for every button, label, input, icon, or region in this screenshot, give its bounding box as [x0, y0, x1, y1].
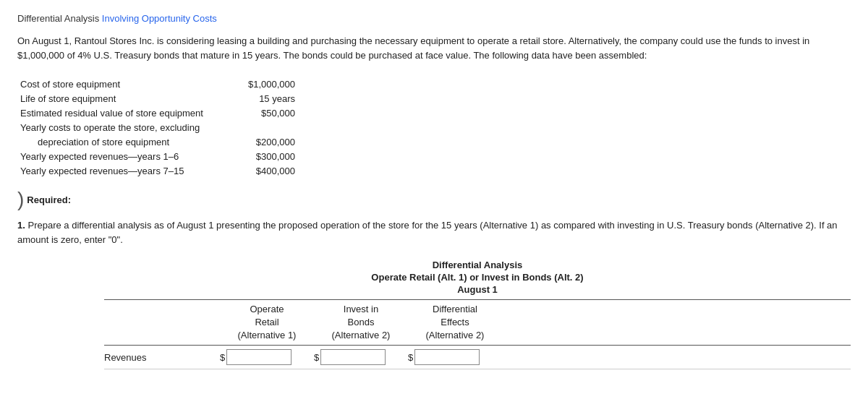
revenues-col3-cell[interactable]: $	[408, 349, 502, 365]
diff-col3-header: Differential Effects (Alternative 2)	[408, 303, 502, 343]
data-row: Yearly costs to operate the store, exclu…	[20, 122, 851, 133]
question-body: Prepare a differential analysis as of Au…	[17, 220, 838, 245]
revenues-label: Revenues	[104, 352, 220, 363]
data-value: $1,000,000	[230, 79, 295, 90]
differential-analysis-container: Differential Analysis Operate Retail (Al…	[104, 260, 851, 370]
data-row: depreciation of store equipment$200,000	[20, 137, 851, 147]
data-value: $300,000	[230, 151, 295, 162]
revenues-col1-input[interactable]	[226, 349, 292, 365]
page-title: Differential Analysis Involving Opportun…	[17, 13, 851, 24]
diff-header-row: Operate Retail (Alternative 1) Invest in…	[104, 299, 851, 346]
required-section: ) Required:	[17, 189, 851, 210]
data-row: Yearly expected revenues—years 7–15$400,…	[20, 166, 851, 176]
intro-paragraph: On August 1, Rantoul Stores Inc. is cons…	[17, 34, 851, 63]
diff-title-line3: August 1	[104, 284, 851, 295]
revenues-col2-cell[interactable]: $	[314, 349, 408, 365]
data-value: $50,000	[230, 108, 295, 119]
data-label: Life of store equipment	[20, 93, 230, 104]
diff-col2-header: Invest in Bonds (Alternative 2)	[314, 303, 408, 343]
dollar-sign-3: $	[408, 352, 413, 363]
diff-col1-header: Operate Retail (Alternative 1)	[220, 303, 314, 343]
data-row: Estimated residual value of store equipm…	[20, 108, 851, 119]
diff-revenues-row: Revenues $ $ $	[104, 346, 851, 369]
diff-title-line1: Differential Analysis	[104, 260, 851, 270]
data-value: $400,000	[230, 166, 295, 176]
revenues-col3-input[interactable]	[414, 349, 480, 365]
data-value: 15 years	[230, 93, 295, 104]
question-text: 1. Prepare a differential analysis as of…	[17, 218, 851, 247]
data-row: Life of store equipment15 years	[20, 93, 851, 104]
data-label: depreciation of store equipment	[20, 137, 230, 147]
data-table: Cost of store equipment$1,000,000Life of…	[20, 79, 851, 176]
dollar-sign-2: $	[314, 352, 319, 363]
data-value: $200,000	[230, 137, 295, 147]
revenues-col1-cell[interactable]: $	[220, 349, 314, 365]
question-number: 1.	[17, 220, 27, 231]
data-label: Yearly expected revenues—years 1–6	[20, 151, 230, 162]
data-label: Cost of store equipment	[20, 79, 230, 90]
required-label: Required:	[27, 194, 71, 205]
data-label: Estimated residual value of store equipm…	[20, 108, 230, 119]
data-label: Yearly expected revenues—years 7–15	[20, 166, 230, 176]
dollar-sign-1: $	[220, 352, 225, 363]
data-row: Cost of store equipment$1,000,000	[20, 79, 851, 90]
revenues-col2-input[interactable]	[320, 349, 386, 365]
diff-title-line2: Operate Retail (Alt. 1) or Invest in Bon…	[104, 272, 851, 283]
bracket-icon: )	[17, 189, 24, 210]
data-row: Yearly expected revenues—years 1–6$300,0…	[20, 151, 851, 162]
data-label: Yearly costs to operate the store, exclu…	[20, 122, 230, 133]
title-link[interactable]: Involving Opportunity Costs	[102, 13, 217, 24]
title-plain: Differential Analysis	[17, 13, 99, 24]
